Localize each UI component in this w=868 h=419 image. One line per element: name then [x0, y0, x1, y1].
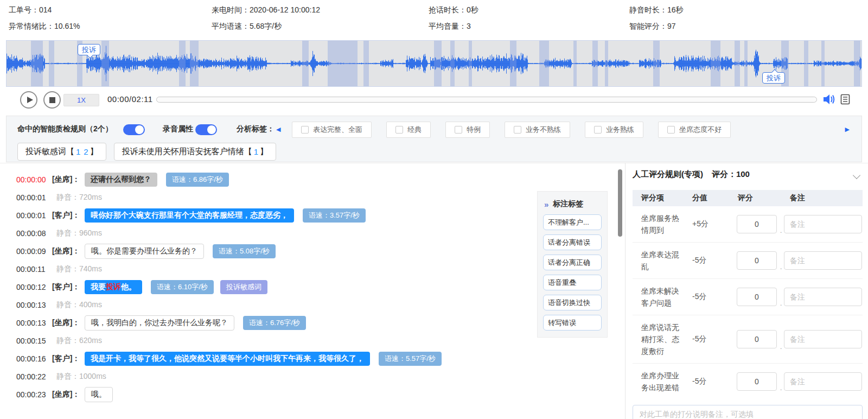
- analysis-tag-checkbox[interactable]: 特例: [445, 122, 490, 138]
- scoring-item-name: 坐席办理业务出现差错: [641, 370, 685, 393]
- scoring-title-row: 人工评分规则(专项) 评分：100: [633, 169, 863, 187]
- speech-rate-tag: 语速：5.08字/秒: [213, 244, 276, 258]
- analysis-tag-checkbox[interactable]: 业务熟练: [585, 122, 643, 138]
- annotation-tag[interactable]: 话者分离正确: [543, 255, 602, 270]
- volume-icon[interactable]: [822, 93, 835, 105]
- audio-waveform[interactable]: 投诉投诉: [6, 40, 862, 87]
- scoring-row: 坐席表达混乱-5分.: [633, 243, 863, 279]
- analysis-tag-label: 业务熟练: [606, 125, 634, 135]
- utterance-bubble[interactable]: 还请什么帮到您？: [85, 173, 157, 187]
- silence-band: [592, 41, 598, 86]
- hit-rule-button[interactable]: 投诉敏感词【12】: [17, 143, 106, 161]
- utterance-bubble[interactable]: 我是开卡，我等了很久，他说突然又说要等半个小时叫我下午再来，我等很久了，: [85, 352, 370, 366]
- silence-band: [804, 41, 808, 86]
- checkbox-icon: [594, 126, 602, 134]
- rules-toggles-row: 命中的智能质检规则（2个） 录音属性 分析标签： 表达完整、全面经典特例业务不熟…: [7, 122, 861, 138]
- remark-input[interactable]: [784, 215, 862, 233]
- stat-value: 来电时间：2020-06-12 10:00:12: [212, 5, 320, 15]
- stop-button[interactable]: [43, 91, 61, 109]
- timestamp: 00:00:16: [16, 354, 52, 363]
- checkbox-icon: [455, 126, 462, 134]
- annotation-tag[interactable]: 不理解客户...: [543, 214, 602, 230]
- hit-count: 2: [84, 147, 88, 156]
- transcript-scrollbar[interactable]: [618, 169, 622, 237]
- scoring-row: 坐席服务热情周到+5分.: [633, 206, 863, 243]
- timestamp: 00:00:01: [16, 193, 52, 202]
- silence-band: [711, 41, 720, 86]
- recording-attr-toggle[interactable]: [195, 124, 217, 135]
- scoring-item-name: 坐席表达混乱: [641, 249, 685, 272]
- speaker-label: [坐席]：: [52, 175, 84, 185]
- remark-input[interactable]: [784, 330, 862, 348]
- utterance-bubble[interactable]: 哦，我明白的，你过去办理什么业务呢？: [85, 315, 234, 331]
- speaker-label: [客户]：: [52, 282, 84, 292]
- complaint-marker[interactable]: 投诉: [78, 44, 100, 55]
- hit-rule-button[interactable]: 投诉未使用关怀用语安抚客户情绪【1】: [114, 143, 276, 161]
- annotation-panel: 标注标签 不理解客户...话者分离错误话者分离正确语音重叠语音切换过快转写错误: [537, 191, 608, 338]
- chevron-down-icon[interactable]: [853, 172, 860, 179]
- col-score: 评分: [738, 193, 753, 203]
- play-icon: [27, 97, 33, 103]
- complaint-marker[interactable]: 投诉: [762, 72, 785, 84]
- annotation-tag[interactable]: 话者分离错误: [543, 234, 602, 250]
- stat-value: 异常情绪比：10.61%: [9, 22, 80, 31]
- dot-separator: .: [780, 263, 782, 271]
- play-button[interactable]: [20, 91, 37, 109]
- player-bar: 1X 00:00/02:11: [0, 88, 868, 111]
- score-input[interactable]: [737, 215, 777, 233]
- silence-label: 静音：1000ms: [56, 372, 106, 382]
- tags-prev-icon[interactable]: [276, 126, 280, 133]
- annotation-tag[interactable]: 转写错误: [543, 315, 602, 331]
- silence-row: 00:00:08静音：960ms: [16, 225, 618, 242]
- silence-band: [653, 41, 660, 86]
- transcript-doc-icon[interactable]: [840, 93, 851, 105]
- annotation-tag[interactable]: 语音重叠: [543, 275, 602, 290]
- playback-speed-button[interactable]: 1X: [63, 94, 99, 106]
- annotation-tags: 不理解客户...话者分离错误话者分离正确语音重叠语音切换过快转写错误: [543, 214, 602, 331]
- analysis-tag-checkbox[interactable]: 坐席态度不好: [658, 122, 731, 138]
- utterance-bubble[interactable]: 哦。: [85, 387, 113, 402]
- speech-rate-tag: 语速：5.57字/秒: [379, 352, 442, 366]
- col-value: 分值: [692, 193, 707, 203]
- score-input[interactable]: [737, 288, 777, 306]
- remark-input[interactable]: [784, 251, 862, 270]
- analysis-tag-checkbox[interactable]: 经典: [386, 122, 431, 138]
- silence-band: [363, 41, 369, 86]
- annotation-tag[interactable]: 语音切换过快: [543, 295, 602, 310]
- scoring-row: 坐席说话无精打采、态度敷衍-5分.: [633, 315, 863, 364]
- silence-label: 静音：720ms: [56, 193, 102, 202]
- utterance-bubble[interactable]: 喂你好那个大碗支行那里有个大堂的客服经理，态度恶劣，: [85, 208, 294, 223]
- silence-band: [573, 41, 577, 86]
- progress-bar[interactable]: [156, 97, 817, 103]
- silence-band: [302, 41, 309, 86]
- hit-rules-toggle[interactable]: [123, 124, 145, 135]
- silence-band: [434, 41, 442, 86]
- scoring-row: 坐席未解决客户问题-5分.: [633, 279, 863, 315]
- timestamp: 00:00:09: [16, 247, 52, 256]
- score-input[interactable]: [737, 372, 777, 391]
- timestamp: 00:00:00: [16, 175, 52, 184]
- analysis-tags-label: 分析标签：: [237, 124, 275, 134]
- timestamp: 00:00:11: [16, 265, 52, 274]
- speaker-label: [坐席]：: [52, 246, 84, 256]
- analysis-tag-checkbox[interactable]: 表达完整、全面: [292, 122, 372, 138]
- remark-input[interactable]: [784, 288, 862, 306]
- score-input[interactable]: [737, 330, 777, 348]
- utterance-bubble[interactable]: 我要投诉他。: [85, 280, 142, 294]
- transcript-row: 00:00:00[坐席]：还请什么帮到您？语速：6.86字/秒: [16, 172, 618, 188]
- recording-attr-label: 录音属性: [163, 124, 193, 134]
- hit-count: 1: [76, 147, 80, 156]
- remark-input[interactable]: [784, 372, 862, 391]
- utterance-bubble[interactable]: 哦。你是需要办理什么业务的？: [85, 244, 204, 259]
- transcript-row: 00:00:16[客户]：我是开卡，我等了很久，他说突然又说要等半个小时叫我下午…: [16, 351, 618, 367]
- order-remark-textarea[interactable]: [633, 405, 863, 419]
- tags-next-icon[interactable]: [845, 126, 850, 133]
- annotation-header: 标注标签: [544, 199, 602, 209]
- speech-rate-tag: 语速：6.86字/秒: [166, 173, 229, 187]
- scoring-item-value: -5分: [692, 256, 706, 265]
- analysis-tag-checkbox[interactable]: 业务不熟练: [505, 122, 570, 138]
- collapse-panel-icon[interactable]: [544, 200, 548, 209]
- transcript-row: 00:00:13[坐席]：哦，我明白的，你过去办理什么业务呢？语速：6.76字/…: [16, 315, 618, 331]
- hit-rules-label: 命中的智能质检规则（2个）: [17, 124, 113, 134]
- score-input[interactable]: [737, 251, 777, 270]
